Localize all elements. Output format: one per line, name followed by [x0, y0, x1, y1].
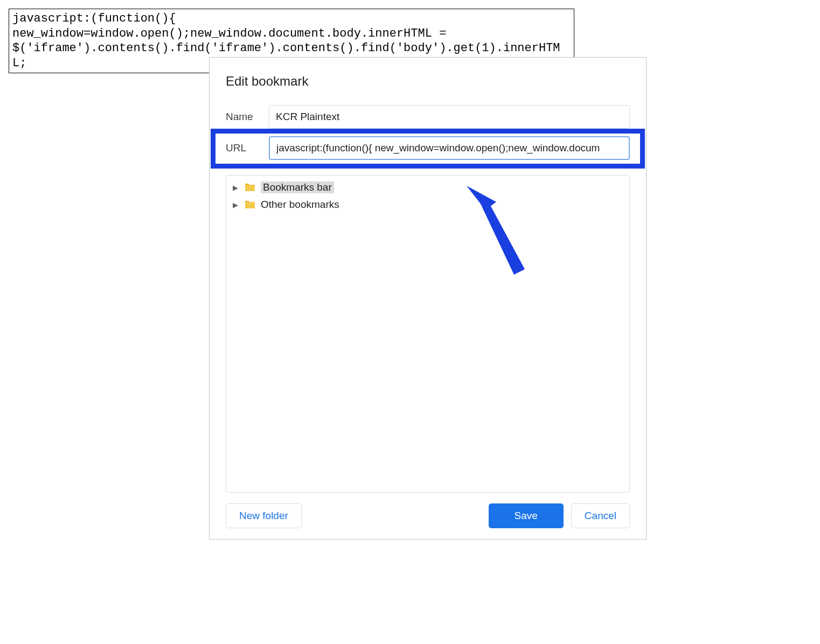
name-row: Name [226, 105, 630, 129]
tree-item-label: Other bookmarks [261, 199, 339, 211]
tree-item-other-bookmarks[interactable]: ▶ Other bookmarks [226, 196, 629, 213]
name-label: Name [226, 111, 258, 123]
url-label: URL [226, 142, 258, 154]
folder-tree[interactable]: ▶ Bookmarks bar ▶ Other bookmarks [226, 175, 630, 493]
url-input[interactable] [269, 136, 630, 160]
folder-icon [245, 183, 255, 192]
tree-item-bookmarks-bar[interactable]: ▶ Bookmarks bar [226, 179, 629, 196]
right-action-group: Save Cancel [489, 503, 630, 528]
chevron-right-icon: ▶ [233, 201, 239, 209]
save-button[interactable]: Save [489, 503, 564, 528]
tree-item-label: Bookmarks bar [261, 181, 334, 193]
dialog-actions: New folder Save Cancel [226, 503, 630, 528]
edit-bookmark-dialog: Edit bookmark Name URL ▶ Bookmarks bar ▶… [209, 57, 647, 540]
dialog-title: Edit bookmark [226, 74, 630, 89]
new-folder-button[interactable]: New folder [226, 503, 302, 528]
folder-icon [245, 200, 255, 209]
chevron-right-icon: ▶ [233, 184, 239, 192]
cancel-button[interactable]: Cancel [571, 503, 630, 528]
name-input[interactable] [269, 105, 630, 129]
url-row: URL [226, 136, 630, 160]
